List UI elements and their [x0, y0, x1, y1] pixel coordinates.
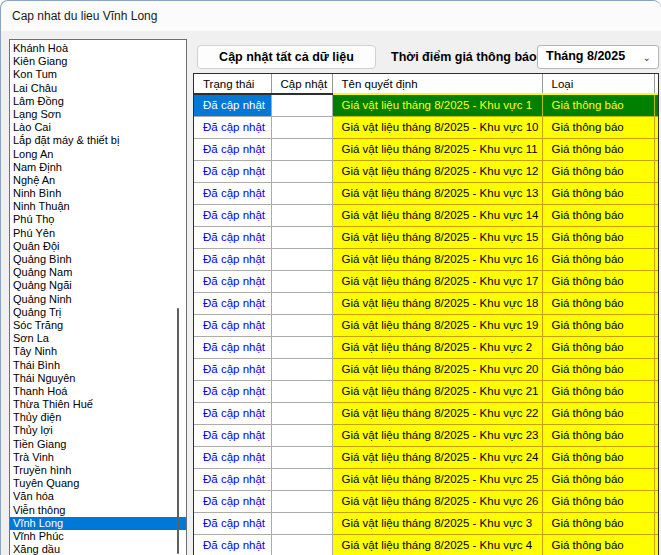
type-cell[interactable]: Giá thông báo	[542, 182, 654, 204]
decision-name-cell[interactable]: Giá vật liệu tháng 8/2025 - Khu vực 1	[332, 94, 542, 116]
status-cell[interactable]: Đã cập nhật	[194, 160, 271, 182]
status-cell[interactable]: Đã cập nhật	[194, 358, 271, 380]
decision-name-cell[interactable]: Giá vật liệu tháng 8/2025 - Khu vực 20	[332, 358, 542, 380]
type-cell[interactable]: Giá thông báo	[542, 446, 654, 468]
row-sliver-cell[interactable]	[654, 490, 658, 512]
update-cell[interactable]	[271, 204, 332, 226]
list-item[interactable]: Thừa Thiên Huế	[10, 398, 186, 411]
status-cell[interactable]: Đã cập nhật	[194, 270, 271, 292]
row-sliver-cell[interactable]	[654, 358, 658, 380]
status-cell[interactable]: Đã cập nhật	[194, 380, 271, 402]
list-item[interactable]: Thủy lợi	[10, 424, 186, 437]
decision-name-cell[interactable]: Giá vật liệu tháng 8/2025 - Khu vực 13	[332, 182, 542, 204]
update-cell[interactable]	[271, 446, 332, 468]
type-cell[interactable]: Giá thông báo	[542, 380, 654, 402]
province-listbox[interactable]: Khánh HoàKiên GiangKon TumLai ChâuLâm Đồ…	[9, 39, 187, 555]
type-cell[interactable]: Giá thông báo	[542, 248, 654, 270]
decision-name-cell[interactable]: Giá vật liệu tháng 8/2025 - Khu vực 21	[332, 380, 542, 402]
row-sliver-cell[interactable]	[654, 468, 658, 490]
status-cell[interactable]: Đã cập nhật	[194, 490, 271, 512]
list-item[interactable]: Quảng Trị	[10, 306, 186, 319]
row-sliver-cell[interactable]	[654, 94, 658, 116]
row-sliver-cell[interactable]	[654, 380, 658, 402]
list-item[interactable]: Lai Châu	[10, 82, 186, 95]
decision-name-cell[interactable]: Giá vật liệu tháng 8/2025 - Khu vực 24	[332, 446, 542, 468]
list-item[interactable]: Lâm Đồng	[10, 95, 186, 108]
row-sliver-cell[interactable]	[654, 160, 658, 182]
list-item[interactable]: Truyền hình	[10, 464, 186, 477]
type-cell[interactable]: Giá thông báo	[542, 424, 654, 446]
listbox-scrollbar-thumb[interactable]	[177, 308, 179, 554]
update-cell[interactable]	[271, 226, 332, 248]
type-cell[interactable]: Giá thông báo	[542, 94, 654, 116]
status-cell[interactable]: Đã cập nhật	[194, 336, 271, 358]
list-item[interactable]: Ninh Thuận	[10, 200, 186, 213]
row-sliver-cell[interactable]	[654, 512, 658, 534]
update-cell[interactable]	[271, 380, 332, 402]
column-header[interactable]: Loại	[542, 74, 654, 94]
status-cell[interactable]: Đã cập nhật	[194, 94, 271, 116]
list-item[interactable]: Lạng Sơn	[10, 108, 186, 121]
type-cell[interactable]: Giá thông báo	[542, 512, 654, 534]
status-cell[interactable]: Đã cập nhật	[194, 314, 271, 336]
row-sliver-cell[interactable]	[654, 138, 658, 160]
status-cell[interactable]: Đã cập nhật	[194, 226, 271, 248]
type-cell[interactable]: Giá thông báo	[542, 336, 654, 358]
status-cell[interactable]: Đã cập nhật	[194, 512, 271, 534]
list-item[interactable]: Quảng Ngãi	[10, 279, 186, 292]
status-cell[interactable]: Đã cập nhật	[194, 424, 271, 446]
update-cell[interactable]	[271, 116, 332, 138]
type-cell[interactable]: Giá thông báo	[542, 226, 654, 248]
type-cell[interactable]: Giá thông báo	[542, 204, 654, 226]
update-cell[interactable]	[271, 358, 332, 380]
list-item[interactable]: Quân Đội	[10, 240, 186, 253]
update-all-button[interactable]: Cập nhật tất cả dữ liệu	[197, 45, 376, 69]
list-item[interactable]: Trà Vinh	[10, 451, 186, 464]
status-cell[interactable]: Đã cập nhật	[194, 182, 271, 204]
update-cell[interactable]	[271, 490, 332, 512]
update-cell[interactable]	[271, 160, 332, 182]
period-dropdown[interactable]: Tháng 8/2025 ⌄	[537, 45, 659, 69]
row-sliver-cell[interactable]	[654, 270, 658, 292]
list-item[interactable]: Viễn thông	[10, 504, 186, 517]
update-cell[interactable]	[271, 270, 332, 292]
list-item[interactable]: Vĩnh Long	[10, 517, 186, 530]
decision-name-cell[interactable]: Giá vật liệu tháng 8/2025 - Khu vực 12	[332, 160, 542, 182]
list-item[interactable]: Lắp đặt máy & thiết bị	[10, 134, 186, 147]
list-item[interactable]: Ninh Bình	[10, 187, 186, 200]
update-cell[interactable]	[271, 424, 332, 446]
decision-name-cell[interactable]: Giá vật liệu tháng 8/2025 - Khu vực 22	[332, 402, 542, 424]
type-cell[interactable]: Giá thông báo	[542, 160, 654, 182]
type-cell[interactable]: Giá thông báo	[542, 358, 654, 380]
decision-name-cell[interactable]: Giá vật liệu tháng 8/2025 - Khu vực 19	[332, 314, 542, 336]
status-cell[interactable]: Đã cập nhật	[194, 292, 271, 314]
list-item[interactable]: Thanh Hoá	[10, 385, 186, 398]
update-cell[interactable]	[271, 336, 332, 358]
row-sliver-cell[interactable]	[654, 534, 658, 555]
list-item[interactable]: Kon Tum	[10, 68, 186, 81]
type-cell[interactable]: Giá thông báo	[542, 116, 654, 138]
list-item[interactable]: Vĩnh Phúc	[10, 530, 186, 543]
decision-name-cell[interactable]: Giá vật liệu tháng 8/2025 - Khu vực 17	[332, 270, 542, 292]
list-item[interactable]: Lào Cai	[10, 121, 186, 134]
row-sliver-cell[interactable]	[654, 424, 658, 446]
decision-name-cell[interactable]: Giá vật liệu tháng 8/2025 - Khu vực 3	[332, 512, 542, 534]
list-item[interactable]: Phú Thọ	[10, 213, 186, 226]
update-cell[interactable]	[271, 138, 332, 160]
list-item[interactable]: Xăng dầu	[10, 543, 186, 555]
status-cell[interactable]: Đã cập nhật	[194, 116, 271, 138]
list-item[interactable]: Khánh Hoà	[10, 42, 186, 55]
type-cell[interactable]: Giá thông báo	[542, 534, 654, 555]
update-cell[interactable]	[271, 534, 332, 555]
row-sliver-cell[interactable]	[654, 446, 658, 468]
type-cell[interactable]: Giá thông báo	[542, 468, 654, 490]
decision-name-cell[interactable]: Giá vật liệu tháng 8/2025 - Khu vực 26	[332, 490, 542, 512]
update-cell[interactable]	[271, 468, 332, 490]
list-item[interactable]: Thái Nguyên	[10, 372, 186, 385]
status-cell[interactable]: Đã cập nhật	[194, 446, 271, 468]
decision-name-cell[interactable]: Giá vật liệu tháng 8/2025 - Khu vực 15	[332, 226, 542, 248]
list-item[interactable]: Văn hóa	[10, 490, 186, 503]
list-item[interactable]: Tây Ninh	[10, 345, 186, 358]
list-item[interactable]: Tiền Giang	[10, 438, 186, 451]
list-item[interactable]: Sơn La	[10, 332, 186, 345]
